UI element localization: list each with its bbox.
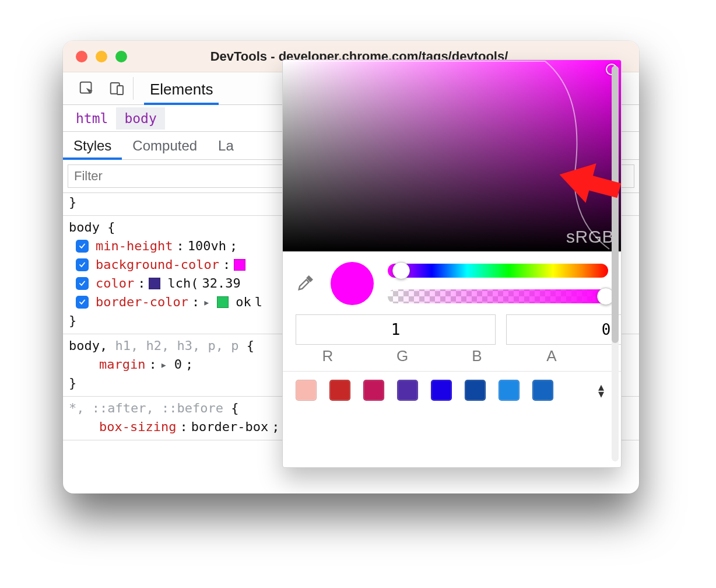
css-property-value[interactable]: 100vh: [188, 237, 226, 256]
palette-swatch[interactable]: [465, 380, 486, 401]
color-value-inputs: ▴▾: [283, 310, 621, 347]
css-property-value[interactable]: border-box: [191, 418, 268, 436]
panel-tabs: Elements: [134, 72, 215, 104]
css-property-name[interactable]: min-height: [96, 237, 173, 256]
channel-input-g[interactable]: [506, 314, 622, 345]
subtab-computed[interactable]: Computed: [122, 132, 208, 159]
svg-marker-3: [554, 155, 624, 211]
channel-label-g: G: [370, 347, 434, 365]
property-enabled-checkbox[interactable]: [76, 240, 89, 253]
channel-input-r[interactable]: [296, 314, 496, 345]
channel-label-b: B: [445, 347, 509, 365]
expand-triangle-icon[interactable]: ▸: [160, 355, 167, 374]
css-property-name[interactable]: background-color: [96, 256, 219, 274]
breadcrumb-html[interactable]: html: [68, 107, 116, 130]
palette-swatch[interactable]: [397, 380, 418, 401]
css-property-value[interactable]: 0: [174, 355, 182, 374]
alpha-slider[interactable]: [388, 289, 608, 303]
css-property-name[interactable]: border-color: [96, 293, 188, 312]
hue-thumb[interactable]: [392, 262, 410, 279]
color-preview-circle: [331, 262, 374, 305]
svg-rect-2: [117, 86, 123, 94]
css-property-name[interactable]: color: [96, 274, 134, 293]
css-property-name[interactable]: margin: [99, 355, 145, 374]
palette-row: ▴▾: [283, 371, 621, 401]
expand-triangle-icon[interactable]: ▸: [203, 293, 210, 312]
palette-swatch[interactable]: [431, 380, 452, 401]
color-swatch[interactable]: [234, 259, 245, 271]
palette-swatch[interactable]: [532, 380, 553, 401]
gamut-label: sRGB: [566, 227, 614, 247]
hue-slider[interactable]: [388, 264, 608, 278]
property-enabled-checkbox[interactable]: [76, 277, 89, 290]
palette-swatch[interactable]: [329, 380, 350, 401]
inspect-element-icon[interactable]: [77, 79, 97, 99]
color-swatch[interactable]: [149, 278, 160, 289]
devtools-window: DevTools - developer.chrome.com/tags/dev…: [63, 41, 639, 494]
property-enabled-checkbox[interactable]: [76, 258, 89, 271]
property-enabled-checkbox[interactable]: [76, 296, 89, 309]
channel-label-a: A: [520, 347, 584, 365]
eyedropper-icon[interactable]: [296, 273, 317, 294]
inspect-device-icons: [63, 77, 134, 100]
palette-swatch[interactable]: [499, 380, 520, 401]
device-toolbar-icon[interactable]: [107, 79, 127, 99]
subtab-layout[interactable]: La: [208, 132, 244, 159]
palette-swatch[interactable]: [296, 380, 317, 401]
close-window-button[interactable]: [76, 51, 87, 62]
palette-stepper[interactable]: ▴▾: [594, 383, 608, 397]
breadcrumb-body[interactable]: body: [116, 107, 164, 130]
palette-swatch[interactable]: [363, 380, 384, 401]
tab-elements[interactable]: Elements: [148, 75, 215, 104]
channel-label-r: R: [296, 347, 360, 365]
color-swatch[interactable]: [217, 296, 229, 308]
annotation-arrow-icon: [541, 149, 629, 225]
subtab-styles[interactable]: Styles: [63, 132, 122, 159]
css-property-name[interactable]: box-sizing: [99, 418, 176, 436]
color-picker-popover: sRGB: [282, 60, 622, 468]
picker-scrollbar[interactable]: [612, 66, 619, 461]
